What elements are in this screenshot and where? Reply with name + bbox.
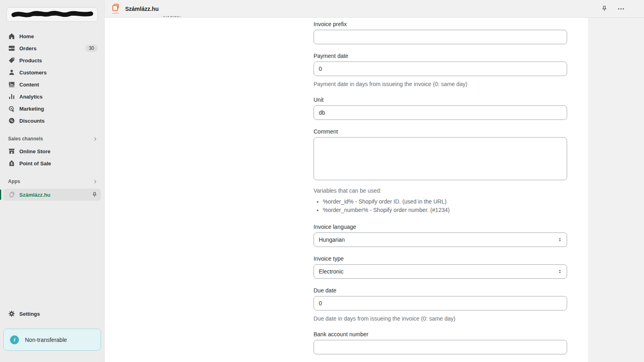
comment-group: Comment Variables that can be used: %ord… bbox=[314, 128, 567, 214]
app-icon-caption: számlázz bbox=[112, 12, 119, 14]
sidebar-item-content[interactable]: Content bbox=[3, 78, 101, 90]
sidebar-item-szamlazz-app[interactable]: Számlázz.hu bbox=[3, 189, 101, 201]
sales-channels-label: Sales channels bbox=[8, 136, 43, 142]
payment-date-label: Payment date bbox=[314, 53, 567, 59]
app-title-block: számlázz Számlázz.hu bbox=[110, 3, 159, 14]
orders-icon bbox=[8, 45, 15, 52]
scrolled-text-fragment: invoice. bbox=[163, 16, 181, 18]
main-area: számlázz Számlázz.hu invoice. Invoic bbox=[105, 0, 644, 362]
select-caret-icon bbox=[557, 237, 563, 243]
sales-channels-header[interactable]: Sales channels bbox=[0, 133, 104, 144]
svg-text:%: % bbox=[10, 119, 13, 123]
sidebar-item-label: Products bbox=[19, 58, 42, 64]
more-menu-button[interactable] bbox=[617, 4, 625, 13]
bank-account-input[interactable] bbox=[314, 340, 567, 354]
sidebar-item-home[interactable]: Home bbox=[3, 30, 101, 42]
app-title: Számlázz.hu bbox=[125, 6, 159, 12]
due-date-input[interactable] bbox=[314, 296, 567, 311]
settings-card: Invoice prefix Payment date Payment date… bbox=[105, 18, 588, 362]
invoice-prefix-group: Invoice prefix bbox=[314, 21, 567, 44]
invoice-language-select[interactable]: Hungarian bbox=[314, 232, 567, 247]
variable-item: %order_id% - Shopify order ID. (used in … bbox=[323, 197, 567, 206]
sidebar-item-label: Marketing bbox=[19, 106, 44, 112]
due-date-label: Due date bbox=[314, 287, 567, 294]
sidebar-item-customers[interactable]: Customers bbox=[3, 66, 101, 78]
apps-header[interactable]: Apps bbox=[0, 176, 104, 187]
unit-group: Unit bbox=[314, 97, 567, 120]
sidebar-item-label: Számlázz.hu bbox=[19, 192, 50, 198]
chevron-right-icon bbox=[93, 136, 98, 142]
banner-label: Non-transferable bbox=[25, 337, 67, 343]
comment-label: Comment bbox=[314, 128, 567, 135]
sidebar-item-label: Settings bbox=[19, 311, 40, 317]
apps-nav: Számlázz.hu bbox=[0, 187, 104, 201]
sidebar-item-settings[interactable]: Settings bbox=[3, 308, 101, 320]
point-of-sale-icon: $ bbox=[8, 160, 15, 167]
sidebar-item-label: Content bbox=[19, 82, 39, 88]
select-caret-icon bbox=[557, 269, 563, 274]
sales-channels-nav: Online Store $ Point of Sale bbox=[0, 144, 104, 169]
sidebar-item-products[interactable]: Products bbox=[3, 54, 101, 66]
apps-label: Apps bbox=[8, 179, 20, 184]
gear-icon bbox=[8, 310, 15, 317]
svg-text:$: $ bbox=[10, 162, 13, 166]
orders-count-badge: 30 bbox=[85, 45, 98, 52]
content-icon bbox=[8, 81, 15, 88]
redacted-store-name bbox=[11, 10, 94, 19]
comment-textarea[interactable] bbox=[314, 137, 567, 180]
sidebar-item-marketing[interactable]: Marketing bbox=[3, 103, 101, 115]
invoice-language-label: Invoice language bbox=[314, 224, 567, 230]
info-icon: i bbox=[10, 335, 19, 344]
sidebar-item-label: Online Store bbox=[19, 148, 50, 154]
payment-date-group: Payment date Payment date in days from i… bbox=[314, 53, 567, 87]
invoice-language-value: Hungarian bbox=[319, 237, 345, 243]
payment-date-help: Payment date in days from issueing the i… bbox=[314, 81, 567, 87]
sidebar-item-online-store[interactable]: Online Store bbox=[3, 145, 101, 157]
marketing-icon bbox=[8, 105, 15, 112]
sidebar-item-discounts[interactable]: % Discounts bbox=[3, 115, 101, 127]
sidebar-item-orders[interactable]: Orders 30 bbox=[3, 42, 101, 54]
home-icon bbox=[8, 33, 15, 40]
sidebar-item-analytics[interactable]: Analytics bbox=[3, 90, 101, 103]
sidebar-item-label: Orders bbox=[19, 45, 37, 51]
chevron-right-icon bbox=[93, 179, 98, 184]
invoice-type-label: Invoice type bbox=[314, 255, 567, 262]
szamlazz-app-icon: számlázz bbox=[110, 3, 121, 14]
sidebar: Home Orders 30 Products Customers bbox=[0, 0, 105, 362]
sidebar-item-label: Point of Sale bbox=[19, 160, 51, 167]
unit-label: Unit bbox=[314, 97, 567, 103]
szamlazz-app-icon bbox=[8, 191, 15, 198]
sidebar-item-label: Home bbox=[19, 33, 34, 39]
customers-icon bbox=[8, 69, 15, 76]
shopify-admin: Home Orders 30 Products Customers bbox=[0, 0, 644, 362]
invoice-prefix-label: Invoice prefix bbox=[314, 21, 567, 27]
due-date-help: Due date in days from issueing the invoi… bbox=[314, 315, 567, 322]
sidebar-item-label: Discounts bbox=[19, 118, 45, 124]
invoice-type-select[interactable]: Electronic bbox=[314, 264, 567, 279]
variables-list: %order_id% - Shopify order ID. (used in … bbox=[314, 197, 567, 214]
invoice-type-value: Electronic bbox=[319, 268, 343, 275]
products-icon bbox=[8, 57, 15, 64]
topbar-actions bbox=[600, 4, 625, 13]
sidebar-item-label: Analytics bbox=[19, 94, 43, 100]
analytics-icon bbox=[8, 93, 15, 100]
sidebar-item-label: Customers bbox=[19, 70, 47, 76]
pin-app-button[interactable] bbox=[600, 4, 609, 13]
discounts-icon: % bbox=[8, 117, 15, 124]
app-topbar: számlázz Számlázz.hu bbox=[105, 0, 644, 18]
unit-input[interactable] bbox=[314, 105, 567, 120]
sidebar-item-point-of-sale[interactable]: $ Point of Sale bbox=[3, 157, 101, 169]
variables-title: Variables that can be used: bbox=[314, 187, 567, 194]
non-transferable-banner: i Non-transferable bbox=[3, 329, 101, 351]
invoice-prefix-input[interactable] bbox=[314, 30, 567, 44]
variable-item: %order_number% - Shopify order number. (… bbox=[323, 206, 567, 214]
store-switcher-button[interactable] bbox=[6, 7, 98, 22]
sidebar-bottom: Settings i Non-transferable bbox=[0, 308, 104, 362]
background-area bbox=[588, 18, 644, 362]
variables-block: Variables that can be used: %order_id% -… bbox=[314, 187, 567, 214]
pin-icon bbox=[601, 5, 608, 12]
workspace: Invoice prefix Payment date Payment date… bbox=[105, 18, 644, 362]
pin-icon[interactable] bbox=[91, 191, 98, 198]
payment-date-input[interactable] bbox=[314, 62, 567, 76]
due-date-group: Due date Due date in days from issueing … bbox=[314, 287, 567, 322]
